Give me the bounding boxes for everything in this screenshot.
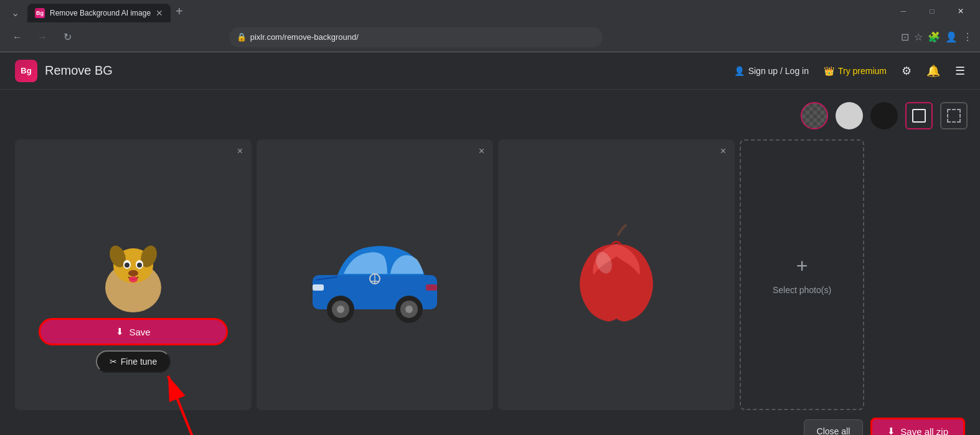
tab-list-btn[interactable]: ⌄ [5,2,25,22]
premium-btn[interactable]: 👑 Try premium [824,66,887,76]
active-tab[interactable]: Bg Remove Background AI image ✕ [27,4,171,22]
main-content: × [0,90,980,435]
card-close-apple[interactable]: × [720,146,726,157]
plus-icon: + [796,255,808,278]
dog-image [96,235,171,316]
card-close-dog[interactable]: × [237,146,243,157]
select-text: Select photo(s) [773,285,831,295]
crown-icon: 👑 [824,66,834,76]
save-all-icon: ⬇ [887,426,895,435]
scissors-icon: ✂ [110,357,117,367]
bg-transparent-btn[interactable] [801,102,828,129]
back-btn[interactable]: ← [7,27,27,47]
logo-area: Bg Remove BG [15,60,113,82]
save-button[interactable]: ⬇ Save [39,318,228,345]
bg-square-btn[interactable] [905,102,933,129]
svg-rect-18 [426,284,437,291]
profile-icon[interactable]: 👤 [945,31,958,43]
tab-title: Remove Background AI image [50,9,151,17]
apple-image [570,222,663,328]
card-close-car[interactable]: × [479,146,484,157]
square-inner-icon [912,109,926,123]
save-icon: ⬇ [116,326,124,337]
svg-point-6 [125,263,130,268]
card-overlay-dog: ⬇ Save ✂ Fine tune [39,318,228,373]
svg-point-16 [405,306,413,313]
bg-crop-btn[interactable] [940,102,968,129]
close-all-button[interactable]: Close all [804,419,864,435]
image-card-apple: × [498,139,735,410]
car-image [300,225,450,325]
settings-icon[interactable]: ⚙ [902,64,912,78]
minimize-btn[interactable]: ─ [889,0,918,22]
star-icon[interactable]: ☆ [914,31,923,43]
app-header: Bg Remove BG 👤 Sign up / Log in 👑 Try pr… [0,52,980,90]
app-logo: Bg [15,60,37,82]
screen-cast-icon[interactable]: ⊡ [901,31,909,43]
bell-icon[interactable]: 🔔 [926,64,940,78]
svg-point-7 [137,263,142,268]
maximize-btn[interactable]: □ [918,0,946,22]
svg-point-9 [129,276,138,283]
image-card-car: × [257,139,493,410]
close-btn[interactable]: ✕ [946,0,975,22]
user-icon: 👤 [734,66,745,76]
bottom-bar: Close all ⬇ Save all zip [12,418,968,435]
bg-selector [12,102,968,129]
reload-btn[interactable]: ↻ [57,27,77,47]
url-text: pixlr.com/remove-background/ [250,32,359,42]
save-all-button[interactable]: ⬇ Save all zip [870,418,965,435]
image-card-dog: × [15,139,252,410]
signup-btn[interactable]: 👤 Sign up / Log in [734,66,809,76]
new-tab-btn[interactable]: + [176,4,183,19]
more-icon[interactable]: ⋮ [963,31,973,43]
crop-inner-icon [947,109,961,123]
car-image-area [257,139,493,410]
bg-white-btn[interactable] [836,102,863,129]
svg-point-13 [337,306,344,313]
extensions-icon[interactable]: 🧩 [928,31,940,43]
cards-area: × [12,139,968,410]
forward-btn[interactable]: → [32,27,52,47]
select-photo-card[interactable]: + Select photo(s) [740,139,864,410]
header-right: 👤 Sign up / Log in 👑 Try premium ⚙ 🔔 ☰ [734,64,965,78]
app-title: Remove BG [45,63,113,78]
address-bar: ← → ↻ 🔒 pixlr.com/remove-background/ ⊡ ☆… [0,22,980,52]
fine-tune-button[interactable]: ✂ Fine tune [96,350,171,373]
menu-icon[interactable]: ☰ [955,64,965,78]
bg-black-btn[interactable] [870,102,898,129]
url-bar[interactable]: 🔒 pixlr.com/remove-background/ [229,27,603,47]
tab-favicon: Bg [35,8,45,18]
apple-image-area [498,139,735,410]
svg-point-8 [128,270,138,276]
svg-rect-17 [313,284,324,291]
tab-close-btn[interactable]: ✕ [156,8,163,18]
